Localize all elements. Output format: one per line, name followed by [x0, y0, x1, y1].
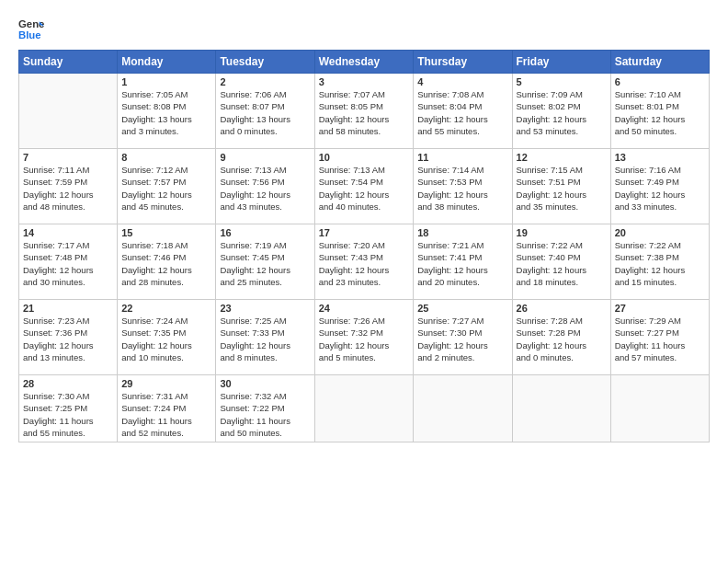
day-info: Sunrise: 7:07 AM Sunset: 8:05 PM Dayligh…: [319, 88, 410, 137]
calendar-cell: 11Sunrise: 7:14 AM Sunset: 7:53 PM Dayli…: [414, 149, 512, 224]
day-number: 19: [517, 227, 607, 238]
day-info: Sunrise: 7:27 AM Sunset: 7:30 PM Dayligh…: [417, 315, 507, 363]
day-number: 24: [319, 303, 410, 314]
day-number: 5: [517, 76, 607, 87]
day-info: Sunrise: 7:20 AM Sunset: 7:43 PM Dayligh…: [319, 239, 410, 288]
day-info: Sunrise: 7:32 AM Sunset: 7:22 PM Dayligh…: [220, 390, 310, 439]
calendar-cell: 27Sunrise: 7:29 AM Sunset: 7:27 PM Dayli…: [610, 300, 709, 375]
calendar-cell: 30Sunrise: 7:32 AM Sunset: 7:22 PM Dayli…: [216, 375, 314, 442]
calendar-cell: 12Sunrise: 7:15 AM Sunset: 7:51 PM Dayli…: [512, 149, 610, 224]
day-info: Sunrise: 7:31 AM Sunset: 7:24 PM Dayligh…: [121, 390, 211, 439]
day-info: Sunrise: 7:05 AM Sunset: 8:08 PM Dayligh…: [121, 88, 211, 137]
calendar-cell: 26Sunrise: 7:28 AM Sunset: 7:28 PM Dayli…: [512, 300, 610, 375]
day-info: Sunrise: 7:28 AM Sunset: 7:28 PM Dayligh…: [517, 315, 607, 363]
week-row-1: 1Sunrise: 7:05 AM Sunset: 8:08 PM Daylig…: [19, 74, 710, 149]
day-info: Sunrise: 7:16 AM Sunset: 7:49 PM Dayligh…: [615, 164, 705, 213]
day-info: Sunrise: 7:24 AM Sunset: 7:35 PM Dayligh…: [121, 315, 211, 363]
calendar-cell: [512, 375, 610, 442]
day-number: 26: [517, 303, 607, 314]
weekday-header-sunday: Sunday: [19, 51, 118, 74]
day-number: 21: [23, 303, 113, 314]
day-number: 6: [615, 76, 705, 87]
day-number: 30: [220, 378, 310, 389]
day-info: Sunrise: 7:14 AM Sunset: 7:53 PM Dayligh…: [417, 164, 507, 213]
calendar: SundayMondayTuesdayWednesdayThursdayFrid…: [18, 50, 710, 442]
calendar-cell: 13Sunrise: 7:16 AM Sunset: 7:49 PM Dayli…: [610, 149, 709, 224]
calendar-cell: 6Sunrise: 7:10 AM Sunset: 8:01 PM Daylig…: [610, 74, 709, 149]
day-info: Sunrise: 7:13 AM Sunset: 7:56 PM Dayligh…: [220, 164, 310, 213]
day-info: Sunrise: 7:25 AM Sunset: 7:33 PM Dayligh…: [220, 315, 310, 363]
calendar-cell: 24Sunrise: 7:26 AM Sunset: 7:32 PM Dayli…: [314, 300, 414, 375]
calendar-cell: 19Sunrise: 7:22 AM Sunset: 7:40 PM Dayli…: [512, 224, 610, 300]
day-number: 3: [319, 76, 410, 87]
day-info: Sunrise: 7:22 AM Sunset: 7:38 PM Dayligh…: [615, 239, 705, 288]
calendar-cell: 20Sunrise: 7:22 AM Sunset: 7:38 PM Dayli…: [610, 224, 709, 300]
day-number: 22: [121, 303, 211, 314]
calendar-cell: 25Sunrise: 7:27 AM Sunset: 7:30 PM Dayli…: [414, 300, 512, 375]
calendar-cell: 18Sunrise: 7:21 AM Sunset: 7:41 PM Dayli…: [414, 224, 512, 300]
day-info: Sunrise: 7:23 AM Sunset: 7:36 PM Dayligh…: [23, 315, 113, 363]
day-number: 1: [121, 76, 211, 87]
day-number: 25: [417, 303, 507, 314]
calendar-cell: [314, 375, 414, 442]
week-row-3: 14Sunrise: 7:17 AM Sunset: 7:48 PM Dayli…: [19, 224, 710, 300]
calendar-cell: [610, 375, 709, 442]
header: General Blue: [18, 17, 710, 42]
calendar-cell: 8Sunrise: 7:12 AM Sunset: 7:57 PM Daylig…: [118, 149, 216, 224]
calendar-cell: 1Sunrise: 7:05 AM Sunset: 8:08 PM Daylig…: [118, 74, 216, 149]
day-number: 15: [121, 227, 211, 238]
day-info: Sunrise: 7:26 AM Sunset: 7:32 PM Dayligh…: [319, 315, 410, 363]
day-number: 4: [417, 76, 507, 87]
day-info: Sunrise: 7:13 AM Sunset: 7:54 PM Dayligh…: [319, 164, 410, 213]
day-number: 14: [23, 227, 113, 238]
day-number: 17: [319, 227, 410, 238]
calendar-cell: 14Sunrise: 7:17 AM Sunset: 7:48 PM Dayli…: [19, 224, 118, 300]
day-info: Sunrise: 7:29 AM Sunset: 7:27 PM Dayligh…: [615, 315, 705, 363]
page: General Blue SundayMondayTuesdayWednesda…: [0, 0, 728, 563]
calendar-cell: 16Sunrise: 7:19 AM Sunset: 7:45 PM Dayli…: [216, 224, 314, 300]
day-info: Sunrise: 7:06 AM Sunset: 8:07 PM Dayligh…: [220, 88, 310, 137]
day-info: Sunrise: 7:09 AM Sunset: 8:02 PM Dayligh…: [517, 88, 607, 137]
day-number: 20: [615, 227, 705, 238]
calendar-cell: 10Sunrise: 7:13 AM Sunset: 7:54 PM Dayli…: [314, 149, 414, 224]
weekday-header-tuesday: Tuesday: [216, 51, 314, 74]
calendar-cell: [414, 375, 512, 442]
day-number: 28: [23, 378, 113, 389]
logo-icon: General Blue: [18, 17, 44, 42]
day-number: 2: [220, 76, 310, 87]
calendar-cell: 2Sunrise: 7:06 AM Sunset: 8:07 PM Daylig…: [216, 74, 314, 149]
calendar-cell: 9Sunrise: 7:13 AM Sunset: 7:56 PM Daylig…: [216, 149, 314, 224]
logo: General Blue: [18, 17, 44, 42]
day-info: Sunrise: 7:21 AM Sunset: 7:41 PM Dayligh…: [417, 239, 507, 288]
day-number: 10: [319, 152, 410, 163]
day-info: Sunrise: 7:18 AM Sunset: 7:46 PM Dayligh…: [121, 239, 211, 288]
calendar-cell: 28Sunrise: 7:30 AM Sunset: 7:25 PM Dayli…: [19, 375, 118, 442]
day-info: Sunrise: 7:11 AM Sunset: 7:59 PM Dayligh…: [23, 164, 113, 213]
day-info: Sunrise: 7:08 AM Sunset: 8:04 PM Dayligh…: [417, 88, 507, 137]
day-number: 7: [23, 152, 113, 163]
week-row-4: 21Sunrise: 7:23 AM Sunset: 7:36 PM Dayli…: [19, 300, 710, 375]
calendar-cell: 29Sunrise: 7:31 AM Sunset: 7:24 PM Dayli…: [118, 375, 216, 442]
day-info: Sunrise: 7:17 AM Sunset: 7:48 PM Dayligh…: [23, 239, 113, 288]
day-info: Sunrise: 7:10 AM Sunset: 8:01 PM Dayligh…: [615, 88, 705, 137]
calendar-cell: 23Sunrise: 7:25 AM Sunset: 7:33 PM Dayli…: [216, 300, 314, 375]
calendar-cell: 4Sunrise: 7:08 AM Sunset: 8:04 PM Daylig…: [414, 74, 512, 149]
day-number: 11: [417, 152, 507, 163]
day-info: Sunrise: 7:19 AM Sunset: 7:45 PM Dayligh…: [220, 239, 310, 288]
day-info: Sunrise: 7:12 AM Sunset: 7:57 PM Dayligh…: [121, 164, 211, 213]
week-row-5: 28Sunrise: 7:30 AM Sunset: 7:25 PM Dayli…: [19, 375, 710, 442]
day-number: 18: [417, 227, 507, 238]
day-info: Sunrise: 7:22 AM Sunset: 7:40 PM Dayligh…: [517, 239, 607, 288]
day-number: 9: [220, 152, 310, 163]
calendar-cell: 17Sunrise: 7:20 AM Sunset: 7:43 PM Dayli…: [314, 224, 414, 300]
calendar-cell: 3Sunrise: 7:07 AM Sunset: 8:05 PM Daylig…: [314, 74, 414, 149]
day-number: 27: [615, 303, 705, 314]
svg-text:Blue: Blue: [18, 29, 41, 40]
calendar-cell: 15Sunrise: 7:18 AM Sunset: 7:46 PM Dayli…: [118, 224, 216, 300]
calendar-cell: [19, 74, 118, 149]
weekday-header-wednesday: Wednesday: [314, 51, 414, 74]
day-number: 29: [121, 378, 211, 389]
day-number: 13: [615, 152, 705, 163]
calendar-cell: 7Sunrise: 7:11 AM Sunset: 7:59 PM Daylig…: [19, 149, 118, 224]
weekday-header-row: SundayMondayTuesdayWednesdayThursdayFrid…: [19, 51, 710, 74]
